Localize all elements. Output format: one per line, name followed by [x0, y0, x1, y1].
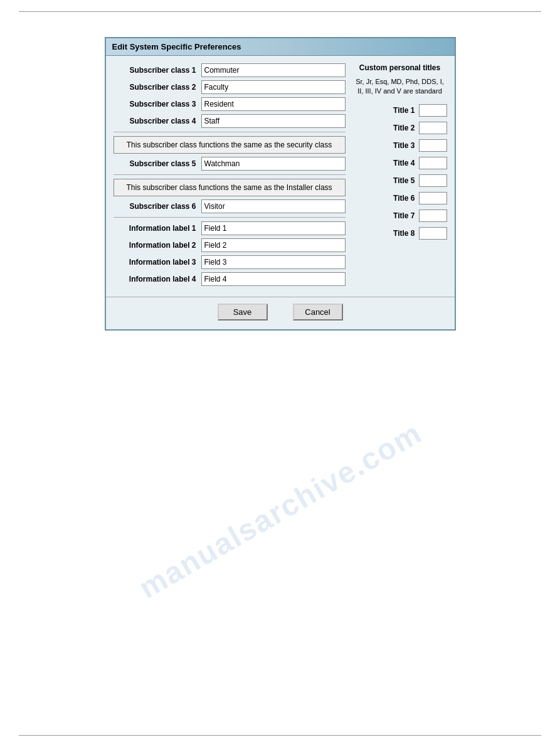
left-panel: Subscriber class 1 Subscriber class 2 Su…	[114, 63, 346, 289]
title-4-label: Title 4	[393, 159, 415, 167]
subscriber-class-3-label: Subscriber class 3	[114, 100, 201, 109]
title-5-row: Title 5	[353, 174, 447, 187]
subscriber-class-6-label: Subscriber class 6	[114, 202, 201, 211]
subscriber-class-1-row: Subscriber class 1	[114, 63, 346, 77]
subscriber-class-3-row: Subscriber class 3	[114, 97, 346, 111]
title-6-input[interactable]	[419, 192, 447, 204]
subscriber-class-1-label: Subscriber class 1	[114, 66, 201, 75]
dialog-footer: Save Cancel	[106, 297, 455, 329]
divider-2	[114, 174, 346, 175]
cancel-button[interactable]: Cancel	[293, 304, 343, 321]
title-2-row: Title 2	[353, 122, 447, 134]
title-8-row: Title 8	[353, 227, 447, 240]
title-7-input[interactable]	[419, 209, 447, 222]
dialog: Edit System Specific Preferences Subscri…	[105, 37, 456, 331]
title-7-row: Title 7	[353, 209, 447, 222]
subscriber-class-2-row: Subscriber class 2	[114, 80, 346, 94]
title-1-row: Title 1	[353, 104, 447, 117]
title-8-input[interactable]	[419, 227, 447, 240]
title-3-row: Title 3	[353, 139, 447, 152]
standard-titles-text: Sr, Jr, Esq, MD, Phd, DDS, I, II, III, I…	[353, 77, 447, 97]
subscriber-class-5-input[interactable]	[201, 157, 346, 171]
title-3-label: Title 3	[393, 141, 415, 150]
subscriber-class-6-input[interactable]	[201, 199, 346, 213]
info-label-1-input[interactable]	[201, 221, 346, 235]
info-label-1-label: Information label 1	[114, 224, 201, 233]
title-2-label: Title 2	[393, 124, 415, 132]
divider-1	[114, 132, 346, 132]
title-4-row: Title 4	[353, 157, 447, 169]
info-label-2-input[interactable]	[201, 238, 346, 252]
subscriber-class-4-input[interactable]	[201, 114, 346, 128]
security-class-note: This subscriber class functions the same…	[114, 136, 346, 154]
dialog-title: Edit System Specific Preferences	[112, 42, 241, 51]
info-label-4-input[interactable]	[201, 272, 346, 286]
subscriber-class-4-label: Subscriber class 4	[114, 117, 201, 125]
subscriber-class-5-row: Subscriber class 5	[114, 157, 346, 171]
custom-titles-header: Custom personal titles	[359, 63, 440, 72]
title-7-label: Title 7	[393, 211, 415, 220]
subscriber-class-4-row: Subscriber class 4	[114, 114, 346, 128]
info-label-3-label: Information label 3	[114, 258, 201, 267]
bottom-divider	[19, 735, 541, 736]
title-1-label: Title 1	[393, 106, 415, 115]
info-label-4-label: Information label 4	[114, 275, 201, 283]
right-panel: Custom personal titles Sr, Jr, Esq, MD, …	[353, 63, 447, 289]
installer-class-note: This subscriber class functions the same…	[114, 179, 346, 196]
title-4-input[interactable]	[419, 157, 447, 169]
subscriber-class-2-input[interactable]	[201, 80, 346, 94]
info-label-2-label: Information label 2	[114, 241, 201, 250]
title-1-input[interactable]	[419, 104, 447, 117]
title-8-label: Title 8	[393, 229, 415, 238]
info-label-3-input[interactable]	[201, 255, 346, 269]
info-label-4-row: Information label 4	[114, 272, 346, 286]
watermark: manualsarchive.com	[133, 415, 428, 605]
subscriber-class-1-input[interactable]	[201, 63, 346, 77]
title-2-input[interactable]	[419, 122, 447, 134]
title-5-label: Title 5	[393, 176, 415, 185]
divider-3	[114, 217, 346, 218]
info-label-1-row: Information label 1	[114, 221, 346, 235]
title-6-row: Title 6	[353, 192, 447, 204]
subscriber-class-2-label: Subscriber class 2	[114, 83, 201, 92]
info-label-3-row: Information label 3	[114, 255, 346, 269]
title-6-label: Title 6	[393, 194, 415, 203]
dialog-body: Subscriber class 1 Subscriber class 2 Su…	[106, 56, 455, 297]
dialog-titlebar: Edit System Specific Preferences	[106, 38, 455, 56]
subscriber-class-3-input[interactable]	[201, 97, 346, 111]
title-5-input[interactable]	[419, 174, 447, 187]
title-3-input[interactable]	[419, 139, 447, 152]
page-content: Edit System Specific Preferences Subscri…	[0, 12, 560, 331]
info-label-2-row: Information label 2	[114, 238, 346, 252]
subscriber-class-6-row: Subscriber class 6	[114, 199, 346, 213]
subscriber-class-5-label: Subscriber class 5	[114, 159, 201, 168]
save-button[interactable]: Save	[218, 304, 268, 321]
